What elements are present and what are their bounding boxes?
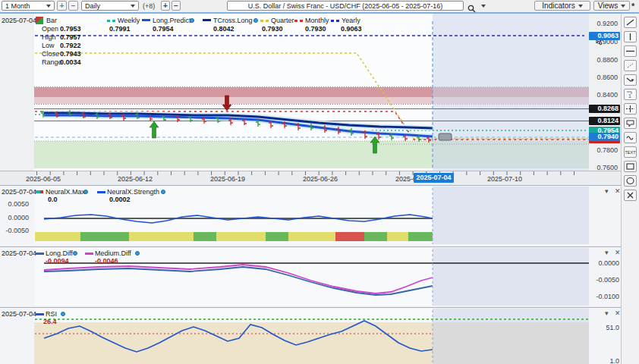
tool-text[interactable]: TEXT [624,146,637,158]
long-diff-value: -0.0094 [46,257,69,265]
legend-monthly-label: Monthly [305,17,329,24]
info-icon[interactable] [190,18,194,23]
monthly-dash-icon [294,20,304,22]
panel-date-label: 2025-07-04 [2,310,36,318]
main-date-label: 2025-07-04 [2,17,36,24]
tool-trend-line[interactable] [624,17,637,28]
legend-quarter-label: Quarter [271,17,294,24]
panel-collapse-button[interactable]: ▾ [605,310,609,317]
tool-wave[interactable] [624,132,637,143]
tool-rectangle[interactable] [624,161,637,172]
minus-icon: − [174,2,178,10]
info-icon[interactable] [161,190,165,194]
period-decrease-button[interactable]: − [68,1,78,11]
legend-bar-label: Bar [46,17,57,24]
period-select-value: 1 Month [5,2,30,10]
price-axis-tick: 0.8800 [589,56,618,64]
bar-offset-label: (+8) [143,2,155,10]
indicators-button-label: Indicators [542,2,574,10]
y-axis-tick: 0.0000 [590,259,619,267]
price-axis-tick: 0.8600 [589,74,618,81]
tool-delete[interactable] [624,190,637,201]
interval-select[interactable]: Daily [81,1,139,11]
legend-yearly-label: Yearly [342,17,360,24]
yearly-dash-icon [331,20,340,22]
left-gutter [0,14,34,171]
neuralx-chart[interactable] [0,186,639,246]
period-select[interactable]: 1 Month [2,1,55,11]
date-tick-label: 2025-06-05 [26,175,61,183]
interval-select-value: Daily [85,2,100,10]
main-price-chart[interactable] [0,14,639,171]
top-toolbar: 1 Month + − Daily (+8) + − U.S. Dollar /… [0,0,639,14]
close-label: Close [42,50,59,58]
plus-icon: + [163,2,168,10]
neuralx-strength-icon [97,191,105,193]
y-axis-tick: 0.0050 [2,200,29,208]
y-axis-tick: -0.0100 [590,293,619,300]
info-icon[interactable] [135,251,140,256]
pivot-price-badge: 0.8124 [589,117,620,125]
medium-diff-label: Medium.Diff [95,249,131,257]
future-projection-zone [433,309,589,364]
trading-app-window: 1 Month + − Daily (+8) + − U.S. Dollar /… [0,0,639,364]
tool-ellipse[interactable] [624,175,637,187]
offset-decrease-button[interactable]: − [172,1,181,11]
panel-collapse-button[interactable]: ▾ [605,249,609,256]
tool-vertical-line[interactable] [624,31,637,42]
y-axis-tick: 51.0 [590,324,619,331]
date-axis[interactable]: 2025-06-05 2025-06-12 2025-06-19 2025-06… [0,171,621,185]
tool-fibonacci[interactable]: 1 [624,89,637,100]
long-predict-value: 0.7954 [153,25,174,33]
rsi-icon [36,313,44,315]
tool-extended-line[interactable] [624,60,637,71]
future-projection-zone [433,14,589,171]
future-projection-zone [433,248,589,306]
tool-crosshair[interactable] [624,103,637,115]
low-value: 0.7922 [60,42,81,49]
snapshot-star-icon[interactable]: * [631,2,634,11]
neuralx-max-strip [35,232,433,241]
panel-close-button[interactable]: ✕ [615,310,621,317]
yearly-value: 0.9063 [341,25,362,33]
search-options-caret[interactable] [481,5,486,8]
views-button[interactable]: Views [593,1,630,11]
panel-close-button[interactable]: ✕ [615,188,621,195]
date-tick-label: 2025-06-26 [303,175,338,183]
offset-increase-button[interactable]: + [161,1,170,11]
legend-tcross-label: TCross.Long [213,17,253,24]
search-icon[interactable] [467,2,475,10]
level-drag-handle[interactable] [439,133,452,140]
chevron-down-icon [46,5,51,8]
neuralx-max-value: 0.0 [48,196,58,203]
open-value: 0.7953 [60,25,81,33]
quarter-dash-icon [260,20,269,22]
high-label: High [42,33,56,41]
tool-horizontal-line[interactable] [624,46,637,57]
panel-close-button[interactable]: ✕ [615,249,621,256]
panel-date-label: 2025-07-04 [2,188,36,196]
tool-callout[interactable] [624,118,637,129]
rsi-chart[interactable] [0,308,639,364]
pivot-price-badge: 0.8268 [589,105,620,113]
price-axis-tick: 0.9200 [589,20,618,27]
period-increase-button[interactable]: + [57,1,67,11]
tool-ray-arrow[interactable] [624,74,637,86]
weekly-value: 0.7991 [109,25,131,33]
symbol-title-box[interactable]: U.S. Dollar / Swiss Franc - USD/CHF (202… [227,1,464,11]
info-icon[interactable] [83,190,88,194]
svg-text:1: 1 [628,93,631,99]
tcross-value: 0.8042 [213,25,235,33]
minus-icon: − [71,2,76,10]
panel-collapse-button[interactable]: ▾ [605,188,609,195]
info-icon[interactable] [253,18,258,23]
range-value: 0.0034 [60,58,81,66]
open-label: Open [42,25,58,33]
medium-diff-icon [85,253,93,255]
views-button-label: Views [598,2,619,10]
long-diff-icon [36,253,44,255]
info-icon[interactable] [61,312,65,316]
indicators-button[interactable]: Indicators [534,1,590,11]
info-icon[interactable] [73,251,77,256]
symbol-title: U.S. Dollar / Swiss Franc - USD/CHF (202… [248,2,443,10]
